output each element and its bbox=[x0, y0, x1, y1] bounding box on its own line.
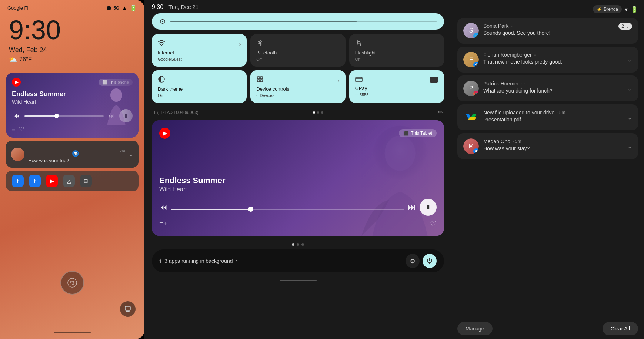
info-icon: ℹ bbox=[159, 258, 161, 265]
brightness-fill bbox=[170, 21, 357, 22]
phone-weather: ⛅ 76°F bbox=[0, 55, 144, 70]
shortcut-facebook2[interactable]: f bbox=[29, 175, 41, 187]
qs-tile-gpay[interactable]: ···· GPay ··· 5555 bbox=[349, 70, 444, 103]
edit-icon[interactable]: ✏ bbox=[438, 109, 443, 116]
svg-rect-9 bbox=[260, 77, 263, 79]
drive-expand-icon[interactable]: ⌄ bbox=[627, 114, 632, 121]
notif-app-badge: 💬 bbox=[72, 150, 79, 157]
media-dots bbox=[152, 243, 444, 246]
notif-message: How was your trip? bbox=[28, 158, 125, 163]
florian-name: Florian Koenigberger bbox=[483, 52, 532, 58]
notif-name-row: ··· 💬 2m bbox=[28, 145, 125, 157]
qs-tile-dark-theme[interactable]: Dark theme On bbox=[152, 70, 247, 103]
device-controls-tile-label: Device controls bbox=[256, 86, 339, 92]
tablet-heart-button[interactable]: ♡ bbox=[430, 219, 437, 228]
dark-theme-tile-subtitle: On bbox=[158, 93, 241, 98]
drive-icon bbox=[463, 110, 479, 125]
twitter-badge: 🐦 bbox=[473, 33, 479, 38]
shortcut-app4[interactable]: △ bbox=[63, 175, 75, 187]
notif-expand-icon[interactable]: ⌄ bbox=[129, 151, 133, 157]
clear-all-button[interactable]: Clear All bbox=[603, 322, 638, 335]
bg-apps-label: 3 apps running in background bbox=[164, 258, 233, 264]
tablet-progress-track bbox=[171, 209, 404, 210]
weather-icon: ⛅ bbox=[9, 56, 17, 64]
power-button[interactable]: ⏻ bbox=[423, 254, 437, 268]
phone-home-indicator bbox=[54, 332, 91, 333]
bluetooth-icon bbox=[256, 39, 264, 48]
megan-avatar: M 💬 bbox=[463, 138, 479, 154]
notif-item-sonia[interactable]: S 🐦 Sonia Park ··· Sounds good. See you … bbox=[457, 18, 638, 44]
patrick-meta: ··· bbox=[521, 81, 525, 86]
task-switcher-button[interactable] bbox=[120, 301, 136, 317]
internet-tile-label: Internet bbox=[158, 50, 241, 56]
media-dot-2 bbox=[297, 243, 299, 246]
phone-time: 9:30 bbox=[0, 14, 144, 45]
qs-tile-flashlight[interactable]: Flashlight Off bbox=[349, 34, 444, 67]
page-dot-1 bbox=[313, 111, 315, 114]
notif-item-florian[interactable]: F 💬 Florian Koenigberger ··· That new mo… bbox=[457, 47, 638, 73]
qs-tile-bluetooth[interactable]: Bluetooth Off bbox=[250, 34, 345, 67]
phone-carrier-label: Google Fi bbox=[7, 5, 28, 11]
battery-status-icon: 🔋 bbox=[631, 6, 638, 13]
svg-rect-2 bbox=[125, 306, 130, 310]
notif-item-patrick[interactable]: P 📷 Patrick Hoemer ··· What are you doin… bbox=[457, 75, 638, 101]
bg-apps-row[interactable]: ℹ 3 apps running in background › ⚙ ⏻ bbox=[152, 249, 444, 272]
tablet-home-bar bbox=[280, 280, 317, 281]
page-dots bbox=[313, 111, 323, 114]
notif-timestamp: 2m bbox=[120, 149, 125, 153]
brightness-row[interactable]: ⚙ bbox=[152, 13, 444, 30]
queue-button[interactable]: ≡ bbox=[12, 125, 15, 132]
notif-content: ··· 💬 2m How was your trip? bbox=[28, 145, 125, 163]
svg-rect-8 bbox=[257, 77, 260, 79]
drive-timestamp: · 5m bbox=[557, 110, 565, 115]
sonia-avatar: S 🐦 bbox=[463, 23, 479, 38]
megan-expand-icon[interactable]: ⌄ bbox=[627, 143, 632, 150]
chevron-right-icon: › bbox=[239, 41, 241, 47]
notif-item-drive[interactable]: New file uploaded to your drive · 5m Pre… bbox=[457, 104, 638, 130]
patrick-message: What are you doing for lunch? bbox=[483, 88, 623, 94]
qs-tile-device-controls[interactable]: › Device controls 6 Devices bbox=[250, 70, 345, 103]
qs-tile-internet[interactable]: › Internet GoogleGuest bbox=[152, 34, 247, 67]
tablet-pause-button[interactable]: ⏸ bbox=[420, 199, 437, 216]
drive-message: Presentation.pdf bbox=[483, 117, 623, 122]
shortcut-youtube[interactable]: ▶ bbox=[46, 175, 58, 187]
svg-rect-3 bbox=[126, 311, 130, 312]
phone-panel: Google Fi 5G ▲ 🔋 9:30 Wed, Feb 24 ⛅ 76°F… bbox=[0, 0, 144, 339]
tablet-queue-button[interactable]: ≡+ bbox=[159, 220, 167, 228]
music-app-logo: ▶ bbox=[12, 78, 21, 87]
bg-apps-actions: ⚙ ⏻ bbox=[406, 254, 437, 268]
fingerprint-button[interactable] bbox=[60, 271, 84, 295]
bg-apps-chevron: › bbox=[236, 258, 237, 264]
quick-settings-grid: › Internet GoogleGuest Bluetooth Off bbox=[152, 34, 444, 103]
flashlight-icon bbox=[355, 39, 363, 48]
drive-notif-body: New file uploaded to your drive · 5m Pre… bbox=[483, 110, 623, 122]
internet-tile-subtitle: GoogleGuest bbox=[158, 57, 241, 61]
gpay-tile-label: GPay bbox=[355, 85, 438, 91]
brightness-slider[interactable] bbox=[170, 21, 437, 22]
dark-theme-tile-label: Dark theme bbox=[158, 86, 241, 92]
notif-item-megan[interactable]: M 💬 Megan Ono · 5m How was your stay? ⌄ bbox=[457, 133, 638, 159]
tablet-progress-fill bbox=[171, 209, 253, 210]
florian-message: That new movie looks pretty good. bbox=[483, 59, 623, 65]
megan-name-row: Megan Ono · 5m bbox=[483, 138, 623, 144]
tablet-prev-button[interactable]: ⏮ bbox=[159, 202, 167, 212]
megan-timestamp: · 5m bbox=[513, 139, 521, 144]
page-dot-2 bbox=[317, 111, 319, 114]
patrick-expand-icon[interactable]: ⌄ bbox=[627, 85, 632, 92]
phone-notification-card[interactable]: ··· 💬 2m How was your trip? ⌄ bbox=[6, 141, 139, 168]
wifi-status-icon: ▾ bbox=[625, 6, 628, 13]
heart-button[interactable]: ♡ bbox=[19, 125, 24, 132]
prev-button[interactable]: ⏮ bbox=[12, 111, 21, 121]
wifi-icon bbox=[158, 39, 165, 48]
megan-message: How was your stay? bbox=[483, 145, 623, 151]
phone-network-label: 5G bbox=[113, 6, 119, 11]
device-controls-tile-subtitle: 6 Devices bbox=[256, 93, 339, 98]
settings-button[interactable]: ⚙ bbox=[406, 254, 420, 268]
florian-expand-icon[interactable]: ⌄ bbox=[627, 56, 632, 63]
page-dot-3 bbox=[321, 111, 323, 114]
shortcut-app5[interactable]: ⊟ bbox=[80, 175, 92, 187]
manage-button[interactable]: Manage bbox=[457, 322, 493, 335]
sonia-meta: ··· bbox=[511, 23, 514, 28]
shortcut-facebook[interactable]: f bbox=[12, 175, 24, 187]
tablet-next-button[interactable]: ⏭ bbox=[408, 202, 416, 212]
